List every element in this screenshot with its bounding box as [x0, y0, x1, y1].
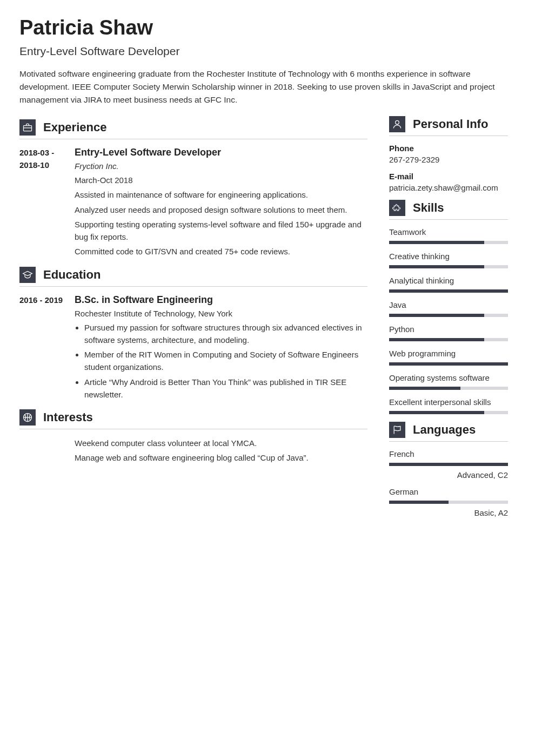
phone-value: 267-279-2329 [389, 155, 508, 164]
entry-line: Assisted in maintenance of software for … [75, 188, 367, 201]
entry-bullet: Article “Why Android is Better Than You … [84, 376, 367, 401]
basketball-icon [19, 409, 36, 426]
interest-line: Manage web and software engineering blog… [75, 451, 367, 464]
skill-item: Analytical thinking [389, 276, 508, 293]
section-header-experience: Experience [19, 119, 367, 139]
briefcase-icon [19, 119, 36, 136]
section-title: Education [43, 268, 101, 282]
language-name: French [389, 449, 508, 458]
phone-label: Phone [389, 144, 508, 153]
entry-school: Rochester Institute of Technology, New Y… [75, 309, 367, 318]
skill-bar [389, 241, 508, 244]
skill-bar [389, 338, 508, 341]
skill-bar [389, 289, 508, 293]
skill-name: Excellent interpersonal skills [389, 397, 508, 407]
section-header-interests: Interests [19, 409, 367, 429]
skill-item: Python [389, 325, 508, 341]
skill-item: Web programming [389, 349, 508, 366]
entry-bullet: Pursued my passion for software structur… [84, 321, 367, 347]
skill-name: Operating systems software [389, 373, 508, 382]
skill-bar [389, 411, 508, 414]
section-title: Interests [43, 410, 93, 424]
entry-bullet: Member of the RIT Women in Computing and… [84, 348, 367, 374]
section-title: Personal Info [413, 117, 488, 131]
puzzle-icon [389, 200, 405, 216]
entry-title: B.Sc. in Software Engineering [75, 294, 367, 306]
language-level: Advanced, C2 [389, 470, 508, 480]
skill-item: Creative thinking [389, 252, 508, 268]
entry-dates: 2016 - 2019 [19, 294, 64, 403]
entry-line: Analyzed user needs and proposed design … [75, 204, 367, 216]
entry-line: Committed code to GIT/SVN and created 75… [75, 245, 367, 258]
email-label: E-mail [389, 172, 508, 181]
skill-item: Operating systems software [389, 373, 508, 390]
person-name: Patricia Shaw [19, 16, 508, 39]
svg-point-2 [396, 120, 399, 124]
language-bar [389, 463, 508, 466]
skill-bar [389, 265, 508, 268]
language-item: GermanBasic, A2 [389, 487, 508, 517]
language-level: Basic, A2 [389, 508, 508, 517]
entry-line: Supporting testing operating systems-lev… [75, 218, 367, 244]
section-header-education: Education [19, 267, 367, 287]
section-header-languages: Languages [389, 422, 508, 442]
skill-name: Python [389, 325, 508, 334]
person-title: Entry-Level Software Developer [19, 45, 508, 58]
entry-dates: 2018-03 - 2018-10 [19, 147, 64, 260]
language-item: FrenchAdvanced, C2 [389, 449, 508, 480]
svg-rect-0 [24, 126, 32, 131]
section-header-personal-info: Personal Info [389, 116, 508, 136]
education-entry: 2016 - 2019 B.Sc. in Software Engineerin… [19, 294, 367, 403]
summary-text: Motivated software engineering graduate … [19, 68, 508, 106]
email-value: patricia.zety.shaw@gmail.com [389, 183, 508, 192]
graduation-cap-icon [19, 267, 36, 283]
skill-name: Web programming [389, 349, 508, 358]
section-title: Skills [413, 201, 444, 215]
interest-line: Weekend computer class volunteer at loca… [75, 437, 367, 449]
entry-title: Entry-Level Software Developer [75, 147, 367, 158]
skill-item: Excellent interpersonal skills [389, 397, 508, 414]
language-bar [389, 501, 508, 504]
skill-bar [389, 362, 508, 366]
skill-item: Java [389, 300, 508, 317]
skill-bar [389, 387, 508, 390]
skill-name: Analytical thinking [389, 276, 508, 285]
skill-item: Teamwork [389, 227, 508, 244]
skill-name: Java [389, 300, 508, 309]
interests-entry: Weekend computer class volunteer at loca… [19, 437, 367, 467]
flag-icon [389, 422, 405, 438]
language-name: German [389, 487, 508, 496]
entry-period: March-Oct 2018 [75, 174, 367, 186]
experience-entry: 2018-03 - 2018-10 Entry-Level Software D… [19, 147, 367, 260]
section-title: Experience [43, 120, 106, 134]
section-title: Languages [413, 423, 476, 437]
skill-name: Teamwork [389, 227, 508, 237]
person-icon [389, 116, 405, 132]
section-header-skills: Skills [389, 200, 508, 220]
skill-bar [389, 314, 508, 317]
entry-company: Fryction Inc. [75, 161, 367, 171]
skill-name: Creative thinking [389, 252, 508, 261]
